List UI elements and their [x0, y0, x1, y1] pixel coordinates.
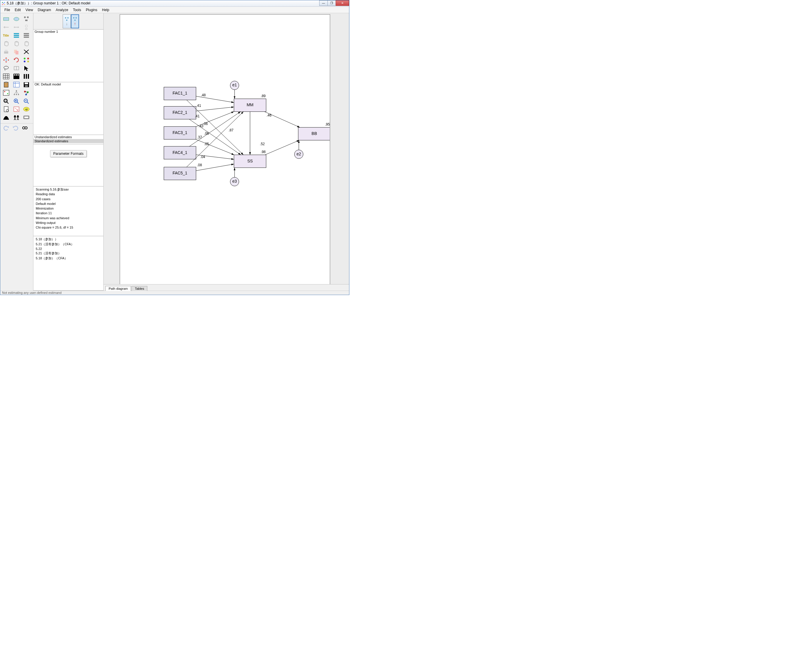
delete-icon[interactable]	[22, 48, 30, 55]
file-item[interactable]: 5.21（没有参加）	[35, 251, 102, 256]
model-item[interactable]: OK: Default model	[34, 82, 103, 86]
svg-line-71	[7, 102, 8, 104]
copy-icon[interactable]	[12, 48, 21, 55]
grid-icon[interactable]	[2, 73, 10, 80]
menu-diagram[interactable]: Diagram	[35, 7, 53, 13]
ellipse-icon[interactable]	[12, 16, 21, 22]
align-icon[interactable]	[12, 65, 21, 72]
std-estimates[interactable]: Standardized estimates	[34, 139, 103, 143]
svg-point-58	[16, 90, 17, 91]
hand2-icon[interactable]	[12, 40, 21, 47]
observed-label: FAC3_1	[172, 130, 188, 135]
parameter-formats-button[interactable]: Parameter Formats	[50, 150, 87, 157]
file-item[interactable]: 5.22	[35, 247, 102, 251]
output-diagram-toggle[interactable]: ↑	[71, 14, 79, 29]
props-icon[interactable]	[2, 89, 10, 96]
undo-icon[interactable]	[2, 125, 10, 132]
zoom-in-icon[interactable]	[12, 98, 21, 104]
find-icon[interactable]	[21, 125, 29, 132]
run2-icon[interactable]	[22, 114, 30, 121]
abc-icon[interactable]: αβ	[22, 106, 30, 113]
models-panel[interactable]: OK: Default model	[34, 82, 103, 135]
path-SS-BB[interactable]	[265, 140, 299, 155]
svg-point-90	[25, 127, 27, 129]
rect-icon[interactable]	[2, 16, 10, 22]
r2-label: .95	[325, 122, 330, 126]
svg-rect-42	[16, 74, 17, 75]
zoom-out-icon[interactable]	[22, 98, 30, 104]
svg-rect-43	[18, 74, 19, 75]
minimize-button[interactable]: —	[319, 0, 328, 6]
menu-analyze[interactable]: Analyze	[53, 7, 71, 13]
vars-icon[interactable]	[12, 32, 21, 39]
path-FAC1_1-MM[interactable]	[196, 96, 234, 103]
latent-label: MM	[247, 102, 254, 107]
menu-tools[interactable]: Tools	[71, 7, 83, 13]
log-line: Default model	[35, 202, 102, 206]
unstd-estimates[interactable]: Unstandardized estimates	[34, 135, 103, 139]
coef-label: .04	[200, 155, 205, 159]
svg-rect-45	[26, 74, 27, 79]
file-item[interactable]: 5.18（参加）（CFA）	[35, 256, 102, 261]
group-item[interactable]: Group number 1	[34, 30, 103, 34]
svg-rect-46	[28, 74, 29, 79]
dist-icon[interactable]	[2, 114, 10, 121]
observed-label: FAC2_1	[172, 110, 188, 115]
svg-rect-95	[73, 17, 74, 18]
svg-line-74	[17, 102, 19, 104]
svg-point-3	[4, 4, 5, 5]
move-icon[interactable]	[2, 56, 10, 64]
vars2-icon[interactable]	[22, 32, 30, 39]
menu-file[interactable]: File	[2, 7, 12, 13]
rotate-icon[interactable]	[12, 56, 21, 64]
hand3-icon[interactable]	[22, 40, 30, 47]
save-icon[interactable]	[22, 81, 30, 88]
print-icon[interactable]	[2, 48, 10, 55]
graph-icon[interactable]	[22, 89, 30, 96]
tree-icon[interactable]	[12, 89, 21, 96]
svg-point-30	[24, 61, 26, 62]
resize-icon[interactable]	[12, 106, 21, 113]
matrix-icon[interactable]	[12, 73, 21, 80]
coef-label: .46	[266, 113, 271, 117]
lasso-icon[interactable]	[2, 65, 10, 72]
files-panel: 5.18（参加））5.21（没有参加）（CFA）5.225.21（没有参加）5.…	[34, 236, 103, 291]
svg-rect-15	[14, 33, 19, 34]
menu-help[interactable]: Help	[100, 7, 112, 13]
file-item[interactable]: 5.21（没有参加）（CFA）	[35, 242, 102, 247]
svg-point-86	[17, 115, 19, 117]
menu-view[interactable]: View	[23, 7, 35, 13]
latent-icon[interactable]	[22, 16, 30, 22]
hand-icon[interactable]	[2, 40, 10, 47]
arrow-left-icon[interactable]	[2, 24, 10, 31]
reflect-icon[interactable]	[22, 56, 30, 64]
bars-icon[interactable]	[22, 73, 30, 80]
diagram-paper[interactable]: FAC1_1FAC2_1FAC3_1FAC4_1FAC5_1MM.89SS.98…	[120, 14, 330, 284]
latent-label: SS	[247, 158, 253, 163]
path-FAC2_1-MM[interactable]	[196, 107, 234, 111]
redo-icon[interactable]	[11, 125, 19, 132]
title-icon[interactable]: Title	[2, 32, 10, 39]
close-button[interactable]: ✕	[335, 0, 349, 6]
svg-rect-72	[5, 100, 6, 102]
input-diagram-toggle[interactable]: ↓	[63, 14, 71, 29]
page-icon[interactable]	[2, 106, 10, 113]
file-item[interactable]: 5.18（参加））	[35, 237, 102, 242]
error-icon[interactable]	[22, 24, 30, 31]
svg-rect-47	[4, 82, 8, 87]
tab-tables[interactable]: Tables	[132, 286, 147, 291]
menu-edit[interactable]: Edit	[12, 7, 23, 13]
r2-label: .98	[261, 150, 266, 154]
zoom-fit-icon[interactable]	[2, 98, 10, 104]
maximize-button[interactable]: ❐	[327, 0, 336, 6]
tab-path-diagram[interactable]: Path diagram	[106, 286, 131, 291]
run1-icon[interactable]	[12, 114, 21, 121]
menu-plugins[interactable]: Plugins	[83, 7, 100, 13]
groups-panel[interactable]: Group number 1	[34, 30, 103, 82]
log-line: Iteration 11	[35, 211, 102, 215]
spreadsheet-icon[interactable]	[12, 81, 21, 88]
arrow-both-icon[interactable]	[12, 24, 21, 31]
log-line: Chi-square = 25.6, df = 15	[35, 225, 102, 230]
clipboard-icon[interactable]	[2, 81, 10, 88]
cursor-icon[interactable]	[22, 65, 30, 72]
